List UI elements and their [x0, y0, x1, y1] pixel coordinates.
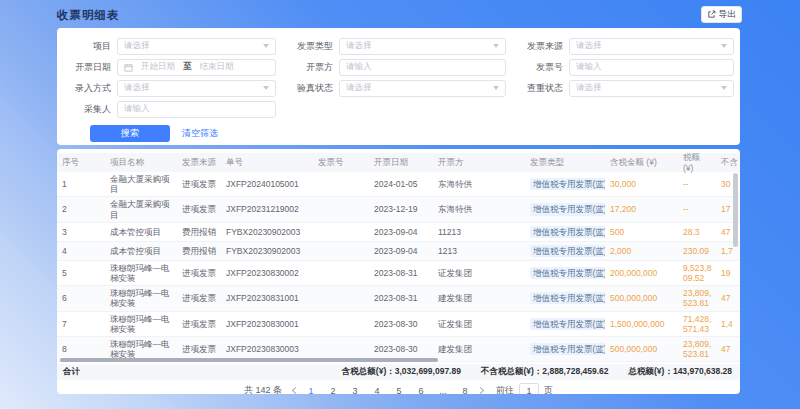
cell-amount: 30,000 [605, 177, 678, 191]
cell-amount: 500 [605, 225, 678, 239]
start-date-placeholder: 开始日期 [141, 61, 175, 73]
filter-field-2: 发票来源请选择 [509, 38, 737, 54]
chevron-down-icon [263, 86, 269, 90]
daterange-input[interactable]: 开始日期至结束日期 [117, 59, 276, 76]
goto-page: 前往 页 [496, 383, 553, 394]
clear-filters-link[interactable]: 清空筛选 [182, 127, 218, 140]
cell-invoice_no [313, 271, 369, 275]
cell-invoice_no [313, 347, 369, 351]
field-label: 发票类型 [279, 40, 333, 53]
filter-field-5: 发票号请输入 [509, 59, 737, 75]
table-row: 3成本管控项目费用报销FYBX202309020032023-09-041121… [57, 223, 740, 242]
text-input-4[interactable]: 请输入 [339, 59, 506, 76]
cell-project: 珠穆朗玛峰—电梯安装 [105, 286, 177, 310]
cell-tax: 23,809,523.81 [678, 286, 716, 310]
page-number[interactable]: 8 [459, 386, 471, 395]
cell-seq: 2 [57, 202, 105, 216]
page-number[interactable]: 5 [393, 386, 405, 395]
page-number[interactable]: 3 [349, 386, 361, 395]
select-1[interactable]: 请选择 [339, 38, 506, 55]
column-header: 开票日期 [369, 155, 433, 169]
prev-page-icon[interactable] [292, 387, 299, 394]
input-placeholder: 请输入 [576, 61, 602, 73]
cell-amount: 1,500,000,000 [605, 317, 678, 331]
next-page-icon[interactable] [477, 387, 484, 394]
cell-type: 增值税专用发票(蓝) [525, 265, 605, 281]
cell-source: 进项发票 [177, 342, 221, 356]
cell-source: 进项发票 [177, 202, 221, 216]
cell-source: 进项发票 [177, 266, 221, 280]
table-row: 6珠穆朗玛峰—电梯安装进项发票JXFP202308310012023-08-31… [57, 286, 740, 311]
cell-tax: 71,428,571.43 [678, 312, 716, 336]
field-label: 发票号 [509, 61, 563, 74]
select-placeholder: 请选择 [346, 82, 372, 94]
export-button[interactable]: 导出 [701, 6, 742, 23]
cell-tax: -- [678, 202, 716, 216]
cell-seq: 5 [57, 266, 105, 280]
cell-type: 增值税专用发票(蓝) [525, 176, 605, 192]
table-header-row: 序号项目名称发票来源单号发票号开票日期开票方发票类型含税金额 (¥)税额 (¥)… [57, 153, 740, 172]
invoice-type-tag: 增值税专用发票(蓝) [530, 226, 605, 238]
cell-type: 增值税专用发票(蓝) [525, 341, 605, 357]
filter-field-3: 开票日期开始日期至结束日期 [57, 59, 279, 75]
cell-project: 金融大厦采购项目 [105, 172, 177, 196]
select-placeholder: 请选择 [576, 40, 602, 52]
cell-date: 2023-08-30 [369, 342, 433, 356]
cell-order_no: JXFP20230830001 [221, 317, 313, 331]
cell-seq: 4 [57, 244, 105, 258]
select-7[interactable]: 请选择 [339, 80, 506, 97]
page-number[interactable]: 1 [305, 386, 317, 395]
page-number[interactable]: 6 [415, 386, 427, 395]
total-tax: 总税额(¥)：143,970,638.28 [629, 366, 732, 378]
horizontal-scrollbar[interactable] [60, 358, 438, 362]
cell-project: 珠穆朗玛峰—电梯安装 [105, 312, 177, 336]
invoice-type-tag: 增值税专用发票(蓝) [530, 318, 605, 330]
vertical-scrollbar[interactable] [733, 173, 738, 247]
select-0[interactable]: 请选择 [117, 38, 276, 55]
column-header: 发票号 [313, 155, 369, 169]
cell-tax: 28.3 [678, 225, 716, 239]
cell-issuer: 证发集团 [433, 317, 525, 331]
cell-amount: 500,000,000 [605, 342, 678, 356]
input-placeholder: 请输入 [124, 103, 150, 115]
field-label: 验真状态 [279, 82, 333, 95]
invoice-type-tag: 增值税专用发票(蓝) [530, 203, 605, 215]
export-label: 导出 [719, 8, 737, 21]
page-unit-label: 页 [544, 384, 553, 394]
cell-invoice_no [313, 249, 369, 253]
cell-issuer: 建发集团 [433, 342, 525, 356]
cell-invoice_no [313, 322, 369, 326]
column-header: 发票来源 [177, 155, 221, 169]
cell-tax: 230.09 [678, 244, 716, 258]
goto-page-input[interactable] [519, 383, 539, 394]
cell-source: 进项发票 [177, 317, 221, 331]
table-row: 4成本管控项目费用报销FYBX202309020032023-09-041213… [57, 242, 740, 261]
chevron-down-icon [493, 44, 499, 48]
select-placeholder: 请选择 [576, 82, 602, 94]
cell-order_no: JXFP20230830002 [221, 266, 313, 280]
export-icon [707, 10, 716, 19]
page-number[interactable]: 4 [371, 386, 383, 395]
invoice-type-tag: 增值税专用发票(蓝) [530, 178, 605, 190]
summary-label: 合计 [57, 366, 80, 378]
column-header: 税额 (¥) [678, 150, 716, 174]
select-2[interactable]: 请选择 [569, 38, 734, 55]
cell-date: 2023-12-19 [369, 202, 433, 216]
cell-source: 费用报销 [177, 225, 221, 239]
text-input-5[interactable]: 请输入 [569, 59, 734, 76]
cell-net: 47 [716, 291, 740, 305]
cell-amount: 200,000,000 [605, 266, 678, 280]
text-input-9[interactable]: 请输入 [117, 101, 276, 118]
table-row: 5珠穆朗玛峰—电梯安装进项发票JXFP202308300022023-08-31… [57, 261, 740, 286]
cell-invoice_no [313, 230, 369, 234]
select-6[interactable]: 请选择 [117, 80, 276, 97]
page-number[interactable]: 2 [327, 386, 339, 395]
cell-order_no: FYBX20230902003 [221, 244, 313, 258]
select-placeholder: 请选择 [124, 40, 150, 52]
cell-type: 增值税专用发票(蓝) [525, 224, 605, 240]
select-8[interactable]: 请选择 [569, 80, 734, 97]
cell-net: 47 [716, 342, 740, 356]
cell-net: 19 [716, 266, 740, 280]
filter-field-7: 验真状态请选择 [279, 80, 509, 96]
search-button[interactable]: 搜索 [90, 125, 170, 142]
